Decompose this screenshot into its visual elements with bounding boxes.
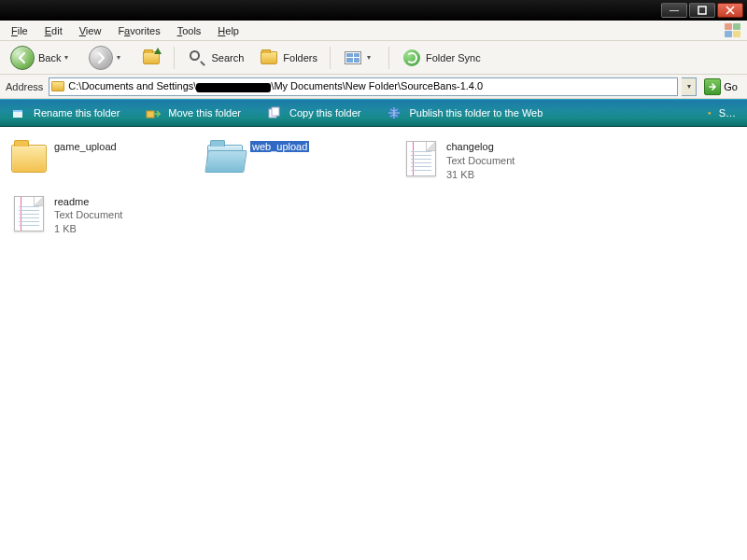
item-type: Text Document: [446, 154, 514, 168]
folders-icon: [259, 48, 279, 68]
windows-logo-icon: [725, 23, 741, 38]
up-folder-icon: [141, 48, 162, 68]
svg-rect-4: [733, 31, 740, 37]
share-icon: [708, 105, 712, 120]
svg-rect-1: [725, 23, 732, 30]
forward-button[interactable]: ▾: [84, 43, 131, 73]
task-move-folder[interactable]: Move this folder: [146, 105, 241, 120]
item-type: Text Document: [54, 208, 122, 222]
svg-rect-9: [272, 107, 279, 116]
address-dropdown-icon[interactable]: ▾: [682, 77, 697, 96]
views-button[interactable]: ▾: [338, 45, 381, 71]
svg-rect-2: [733, 23, 740, 30]
go-arrow-icon: [704, 78, 721, 95]
forward-dropdown-icon[interactable]: ▾: [117, 53, 126, 62]
publish-icon: [387, 105, 402, 120]
menubar: File Edit View Favorites Tools Help: [0, 21, 747, 41]
folders-button[interactable]: Folders: [254, 45, 322, 71]
explorer-window: — File Edit View Favorites Tools Help Ba…: [0, 0, 747, 560]
toolbar: Back ▾ ▾ Search Folders ▾: [0, 41, 747, 75]
move-icon: [146, 105, 161, 120]
back-button[interactable]: Back ▾: [6, 43, 78, 73]
addressbar: Address C:\Documents and Settings\\My Do…: [0, 75, 747, 99]
go-label: Go: [724, 81, 738, 92]
item-size: 1 KB: [54, 222, 122, 236]
list-item[interactable]: changelog Text Document 31 KB: [400, 138, 596, 184]
menu-view[interactable]: View: [74, 23, 107, 38]
minimize-button[interactable]: —: [661, 3, 687, 18]
item-name: readme: [54, 195, 122, 209]
address-path: C:\Documents and Settings\\My Documents\…: [68, 80, 483, 91]
list-item[interactable]: readme Text Document 1 KB: [7, 193, 204, 239]
copy-icon: [267, 105, 282, 120]
folder-open-icon: [205, 140, 245, 177]
titlebar: —: [0, 0, 747, 21]
toolbar-separator: [330, 47, 331, 69]
foldersync-label: Folder Sync: [426, 52, 481, 63]
address-input[interactable]: C:\Documents and Settings\\My Documents\…: [49, 77, 678, 96]
maximize-button[interactable]: [689, 3, 715, 18]
rename-icon: [11, 105, 26, 120]
svg-rect-3: [725, 31, 732, 37]
task-publish-folder[interactable]: Publish this folder to the Web: [387, 105, 543, 120]
text-document-icon: [402, 140, 441, 177]
back-label: Back: [38, 52, 61, 63]
svg-rect-6: [13, 110, 22, 112]
list-item[interactable]: web_upload: [204, 138, 400, 184]
views-dropdown-icon[interactable]: ▾: [367, 53, 376, 62]
svg-rect-11: [709, 113, 711, 115]
folders-label: Folders: [283, 52, 317, 63]
close-button[interactable]: [717, 3, 743, 18]
views-icon: [343, 48, 363, 68]
task-share-folder[interactable]: S…: [708, 105, 736, 120]
item-name: web_upload: [250, 141, 309, 152]
go-button[interactable]: Go: [700, 77, 741, 96]
menu-edit[interactable]: Edit: [39, 23, 68, 38]
search-label: Search: [211, 52, 244, 63]
text-document-icon: [9, 195, 49, 232]
menu-file[interactable]: File: [6, 23, 34, 38]
menu-favorites[interactable]: Favorites: [112, 23, 165, 38]
address-label: Address: [6, 81, 43, 92]
foldersync-button[interactable]: Folder Sync: [397, 45, 486, 71]
svg-rect-0: [698, 7, 706, 14]
search-button[interactable]: Search: [182, 45, 248, 71]
search-icon: [187, 48, 207, 68]
item-size: 31 KB: [446, 168, 514, 182]
menu-help[interactable]: Help: [212, 23, 245, 38]
underline: E: [45, 25, 51, 36]
sync-icon: [402, 48, 422, 68]
common-tasks-band: Rename this folder Move this folder Copy…: [0, 99, 747, 127]
svg-rect-7: [147, 111, 154, 118]
list-item[interactable]: game_upload: [7, 138, 204, 184]
address-folder-icon: [51, 81, 64, 91]
forward-arrow-icon: [89, 46, 113, 70]
folder-icon: [9, 140, 49, 177]
task-rename-folder[interactable]: Rename this folder: [11, 105, 120, 120]
toolbar-separator: [388, 47, 389, 69]
back-arrow-icon: [10, 46, 35, 70]
redacted-username: [196, 83, 271, 92]
back-dropdown-icon[interactable]: ▾: [64, 53, 74, 62]
toolbar-separator: [174, 47, 175, 69]
task-copy-folder[interactable]: Copy this folder: [267, 105, 360, 120]
item-name: game_upload: [54, 140, 117, 154]
up-button[interactable]: [136, 45, 166, 71]
menu-tools[interactable]: Tools: [172, 23, 207, 38]
item-name: changelog: [446, 140, 514, 154]
file-list[interactable]: game_upload web_upload changelog Text Do…: [0, 127, 747, 560]
